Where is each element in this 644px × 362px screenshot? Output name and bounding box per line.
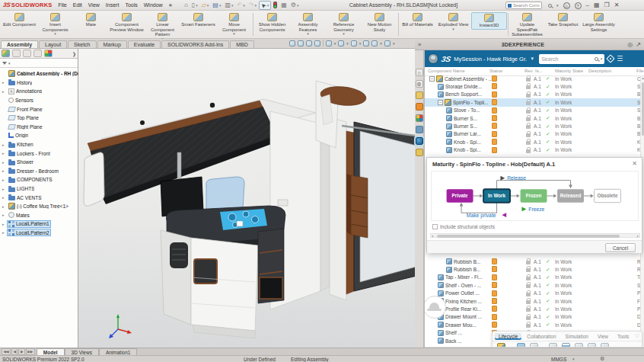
tree-item-front-plane[interactable]: Front Plane (0, 104, 78, 114)
new-motion-study-button[interactable]: New Motion Study (362, 12, 397, 33)
state-obsolete[interactable]: Obsolete (595, 189, 621, 202)
file-explorer-tab-icon[interactable] (416, 103, 423, 111)
component-row[interactable]: Rubbish B...A.1✓In WorkRu (425, 258, 641, 265)
large-assembly-settings-button[interactable]: Large Assembly Settings (581, 12, 617, 33)
search-caret-icon[interactable]: ▾ (556, 1, 559, 10)
move-component-button[interactable]: Move Component▾ (216, 12, 252, 36)
popout-panel-icon[interactable]: ↗ (636, 41, 641, 48)
expand-caret-icon[interactable]: ▸ (2, 160, 6, 165)
column-file[interactable]: File (636, 69, 644, 73)
close-button[interactable]: ✕ (614, 1, 620, 10)
reference-geometry-button[interactable]: Reference Geometry▾ (326, 12, 362, 36)
next-tab-icon[interactable]: ▶ (18, 348, 24, 355)
lifecycle-tab-lifecycle[interactable]: Lifecycle (495, 333, 521, 340)
avatar[interactable] (428, 53, 438, 64)
lifecycle-tab-collaboration[interactable]: Collaboration (523, 333, 560, 340)
undo-button[interactable]: ↶▾ (236, 1, 247, 10)
edit-component-button[interactable]: Edit Component (2, 12, 37, 28)
units-selector[interactable]: MMGS (551, 357, 566, 362)
component-row[interactable]: Knob - Spi...A.1✓In WorkKn (425, 138, 641, 146)
expand-caret-icon[interactable]: ▸ (2, 168, 6, 173)
component-row[interactable]: Drawer Mount ...A.1✓In WorkDr (425, 313, 641, 321)
instant3d-button[interactable]: Instant3D (471, 12, 507, 30)
menu-tools[interactable]: Tools (122, 2, 140, 8)
component-row[interactable]: Storage Divide...A.1✓In WorkSt (425, 82, 641, 90)
zoom-fit-icon[interactable] (289, 40, 295, 46)
component-row[interactable]: Burner Lar...A.1✓In WorkBu (425, 130, 641, 138)
column-status[interactable]: Status (489, 69, 502, 73)
component-row[interactable]: Fixing Kitchen ...A.1✓In WorkFi (425, 297, 641, 305)
tree-item-lights[interactable]: ▸LIGHTS (0, 184, 78, 194)
expand-caret-icon[interactable]: ▸ (2, 178, 6, 182)
home-button[interactable]: ⌂ (183, 1, 190, 10)
collapse-toggle-icon[interactable]: − (429, 76, 435, 82)
redo-button[interactable]: ↷▾ (247, 1, 258, 10)
menu-view[interactable]: View (85, 2, 103, 8)
view-tab-animation1[interactable]: Animation1 (99, 348, 138, 355)
session-caret-icon[interactable]: ▼ (530, 56, 534, 61)
tree-item--coffee-mug-tree-1-[interactable]: ▸(-) Coffee Mug Tree<1> (0, 202, 78, 211)
new-button[interactable]: ▯▾ (190, 1, 199, 10)
design-library-tab-icon[interactable] (416, 91, 423, 99)
apply-scene-icon[interactable] (371, 40, 378, 46)
expand-caret-icon[interactable]: ▸ (2, 213, 6, 217)
appearances-tab-icon[interactable] (416, 114, 423, 122)
expand-caret-icon[interactable]: ▸ (2, 230, 6, 235)
tree-item-dresser-bedroom[interactable]: ▸Dresser - Bedroom (0, 167, 78, 176)
expand-caret-icon[interactable]: ▸ (2, 80, 6, 85)
component-row[interactable]: −Cabinet Assembly - ...A.1✓In WorkCa (425, 75, 641, 82)
panel-search-input[interactable]: Search ▾ (539, 54, 604, 64)
tree-item-origin[interactable]: Origin (0, 131, 78, 140)
graphics-viewport[interactable] (78, 49, 415, 348)
tab-markup[interactable]: Markup (97, 40, 127, 48)
component-row[interactable]: Knob - Spi...A.1✓In WorkKn (425, 146, 641, 154)
tree-item-annotations[interactable]: ▸Annotations (0, 87, 78, 96)
lifecycle-tab-simulation[interactable]: Simulation (562, 333, 592, 340)
cancel-button[interactable]: Cancel (605, 243, 636, 252)
dialog-close-icon[interactable]: ✕ (632, 160, 637, 167)
tree-item-locallpattern1[interactable]: ▸LocalLPattern1 (0, 219, 78, 229)
units-caret-icon[interactable]: ▾ (572, 357, 575, 361)
help-icon[interactable]: ? (575, 2, 582, 9)
file-properties-button[interactable]: ▦ (279, 1, 289, 10)
exploded-view-button[interactable]: Exploded View▾ (435, 12, 471, 31)
dialog-h-scrollbar[interactable]: ◂▸ (430, 233, 640, 238)
home-tab-icon[interactable]: ⌂ (416, 69, 423, 76)
column-is-[interactable]: Is... (535, 69, 543, 73)
component-row[interactable]: Burner S...A.1✓In WorkBu (425, 114, 641, 122)
3dexperience-tab-icon[interactable] (416, 137, 423, 145)
dimxpert-manager-tab[interactable] (33, 50, 42, 57)
configuration-manager-tab[interactable] (23, 50, 31, 57)
state-private[interactable]: Private (447, 189, 473, 202)
tab-nav-buttons[interactable]: ◀◀◀▶▶▶ (0, 348, 37, 355)
pin-icon[interactable]: ★ (166, 2, 175, 8)
custom-properties-tab-icon[interactable] (416, 126, 423, 133)
tree-item-history[interactable]: ▸History (0, 78, 78, 88)
view-tab-3d-views[interactable]: 3D Views (65, 348, 99, 355)
tree-item-sensors[interactable]: Sensors (0, 96, 78, 105)
expand-caret-icon[interactable]: ▸ (2, 222, 6, 226)
tree-item-right-plane[interactable]: Right Plane (0, 123, 78, 132)
tab-layout[interactable]: Layout (39, 40, 67, 48)
restore-button[interactable]: ❐ (604, 1, 610, 10)
view-orientation-icon[interactable] (326, 40, 332, 46)
state-in-work[interactable]: In Work (483, 189, 510, 202)
panel-search-caret-icon[interactable]: ▾ (601, 56, 603, 61)
options-button[interactable]: ⚙▾ (289, 1, 301, 10)
component-row[interactable]: Drawer Mou...A.1✓In WorkDr (425, 321, 641, 328)
bill-of-materials-button[interactable]: Bill of Materials (400, 12, 435, 28)
tab-solidworks-add-ins[interactable]: SOLIDWORKS Add-Ins (161, 40, 229, 48)
previous-view-icon[interactable] (306, 40, 312, 46)
user-icon[interactable]: ☺ (563, 2, 570, 9)
column-maturity-state[interactable]: Maturity State (555, 69, 583, 73)
tree-item-shower[interactable]: ▸Shower (0, 158, 78, 167)
rebuild-button[interactable] (272, 1, 279, 10)
tree-item-kitchen[interactable]: ▸Kitchen (0, 140, 78, 149)
include-structural-checkbox[interactable] (432, 224, 438, 229)
component-row[interactable]: Shelf - Oven - ...A.1✓In WorkSh (425, 281, 641, 289)
state-released[interactable]: Released (557, 189, 584, 202)
featuremanager-tree-tab[interactable] (2, 50, 10, 57)
minimize-button[interactable]: – (586, 1, 589, 10)
display-manager-tab[interactable] (44, 50, 53, 57)
print-button[interactable]: ▥▾ (223, 1, 234, 10)
